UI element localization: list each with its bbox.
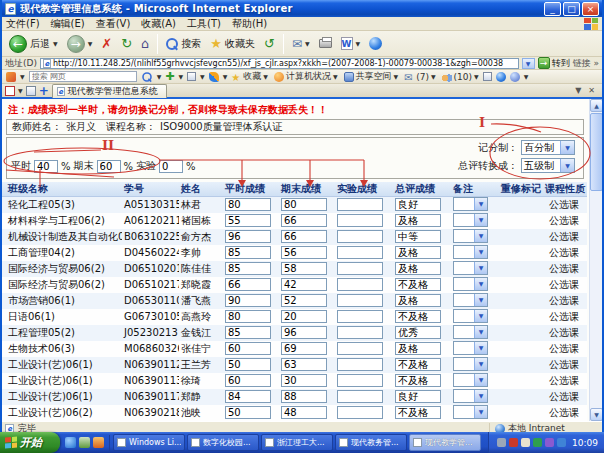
quick-tabs-icon[interactable]	[5, 86, 15, 96]
overall-score-input[interactable]	[395, 358, 441, 371]
live-toolbar-item[interactable]: 计算机状况 ▼	[274, 70, 338, 83]
feeds-icon[interactable]	[483, 72, 492, 81]
back-button[interactable]: ← 后退 ▼	[6, 34, 61, 54]
final-score-input[interactable]	[281, 358, 327, 371]
overall-score-input[interactable]	[395, 214, 441, 227]
exp-score-input[interactable]	[337, 310, 383, 323]
remark-select[interactable]: ▼	[453, 293, 488, 307]
weight-input[interactable]	[97, 160, 121, 173]
final-score-input[interactable]	[281, 230, 327, 243]
remark-select[interactable]: ▼	[453, 213, 488, 227]
overall-score-input[interactable]	[395, 246, 441, 259]
usual-score-input[interactable]	[225, 294, 271, 307]
scroll-down-icon[interactable]: ▼	[590, 408, 602, 421]
remark-select[interactable]: ▼	[453, 309, 488, 323]
overall-score-input[interactable]	[395, 278, 441, 291]
exp-score-input[interactable]	[337, 294, 383, 307]
close-tab-icon[interactable]: ✕	[588, 86, 595, 95]
final-score-input[interactable]	[281, 326, 327, 339]
taskbar-task-button[interactable]: 现代教学管...	[409, 434, 481, 451]
remark-select[interactable]: ▼	[453, 261, 488, 275]
chevron-down-icon[interactable]: ▼	[575, 86, 581, 95]
live-toolbar-item[interactable]: (10) ▼	[442, 72, 479, 82]
print-button[interactable]	[316, 38, 335, 49]
favorites-button[interactable]: ★ 收藏夹	[207, 35, 258, 52]
usual-score-input[interactable]	[225, 262, 271, 275]
usual-score-input[interactable]	[225, 374, 271, 387]
toolbar-search-input[interactable]	[29, 71, 137, 82]
globe-icon[interactable]	[496, 72, 506, 82]
remark-select[interactable]: ▼	[453, 373, 488, 387]
remark-select[interactable]: ▼	[453, 277, 488, 291]
final-score-input[interactable]	[281, 374, 327, 387]
usual-score-input[interactable]	[225, 230, 271, 243]
exp-score-input[interactable]	[337, 198, 383, 211]
usual-score-input[interactable]	[225, 310, 271, 323]
history-button[interactable]: ↺	[261, 35, 278, 52]
overall-score-input[interactable]	[395, 294, 441, 307]
exp-score-input[interactable]	[337, 262, 383, 275]
menu-item[interactable]: 帮助(H)	[232, 17, 267, 31]
address-dropdown-button[interactable]: ▼	[522, 58, 535, 69]
refresh-button[interactable]: ↻	[118, 35, 135, 52]
exp-score-input[interactable]	[337, 230, 383, 243]
scrollbar-thumb[interactable]	[590, 113, 602, 191]
remark-select[interactable]: ▼	[453, 389, 488, 403]
final-score-input[interactable]	[281, 390, 327, 403]
remark-select[interactable]: ▼	[453, 341, 488, 355]
new-tab-button[interactable]: +	[39, 86, 49, 96]
live-toolbar-item[interactable]: 共享空间 ▼	[344, 70, 399, 83]
taskbar-task-button[interactable]: 浙江理工大...	[261, 434, 333, 451]
form-fill-icon[interactable]	[187, 72, 196, 81]
final-score-input[interactable]	[281, 406, 327, 419]
home-button[interactable]: ⌂	[138, 35, 152, 52]
exp-score-input[interactable]	[337, 390, 383, 403]
minimize-button[interactable]: _	[544, 2, 561, 16]
toolbar-search-icon[interactable]	[142, 72, 152, 82]
ie-icon[interactable]	[65, 437, 76, 448]
forward-button[interactable]: → ▼	[64, 34, 96, 54]
exp-score-input[interactable]	[337, 342, 383, 355]
msn-butterfly-icon[interactable]	[209, 72, 219, 82]
restore-button[interactable]: □	[563, 2, 580, 16]
antivirus-icon[interactable]	[533, 438, 542, 447]
usual-score-input[interactable]	[225, 406, 271, 419]
remark-select[interactable]: ▼	[453, 229, 488, 243]
menu-item[interactable]: 文件(F)	[6, 17, 40, 31]
usual-score-input[interactable]	[225, 390, 271, 403]
remark-select[interactable]: ▼	[453, 197, 488, 211]
exp-score-input[interactable]	[337, 406, 383, 419]
exp-score-input[interactable]	[337, 374, 383, 387]
overall-score-input[interactable]	[395, 406, 441, 419]
messenger-button[interactable]	[366, 36, 385, 51]
final-score-input[interactable]	[281, 262, 327, 275]
search-button[interactable]: 搜索	[163, 36, 204, 52]
scroll-up-icon[interactable]: ▲	[590, 99, 602, 112]
overall-score-input[interactable]	[395, 310, 441, 323]
edit-button[interactable]: W ▼	[338, 36, 364, 51]
taskbar-task-button[interactable]: 现代教务管...	[335, 434, 407, 451]
taskbar-task-button[interactable]: 数字化校园...	[187, 434, 259, 451]
final-score-input[interactable]	[281, 214, 327, 227]
final-score-input[interactable]	[281, 246, 327, 259]
mail-button[interactable]: ✉ ▼	[289, 36, 313, 52]
overall-score-input[interactable]	[395, 198, 441, 211]
taskbar-task-button[interactable]: Windows Li...	[113, 434, 185, 451]
exp-score-input[interactable]	[337, 278, 383, 291]
address-input[interactable]: e http://10.11.248.25/(nlihlf55grhvvcjsf…	[40, 58, 519, 69]
grading-select[interactable]: 百分制 ▼	[521, 140, 575, 155]
vertical-scrollbar[interactable]: ▲ ▼	[589, 99, 602, 421]
overall-score-input[interactable]	[395, 342, 441, 355]
network-icon[interactable]	[497, 438, 506, 447]
usual-score-input[interactable]	[225, 342, 271, 355]
close-button[interactable]: ×	[582, 2, 599, 16]
final-score-input[interactable]	[281, 310, 327, 323]
weight-input[interactable]	[34, 160, 58, 173]
final-score-input[interactable]	[281, 198, 327, 211]
help-icon[interactable]	[510, 72, 520, 82]
update-shield-icon[interactable]	[509, 438, 518, 447]
convert-select[interactable]: 五级制 ▼	[521, 158, 575, 173]
overall-score-input[interactable]	[395, 230, 441, 243]
exp-score-input[interactable]	[337, 246, 383, 259]
menu-item[interactable]: 收藏(A)	[141, 17, 176, 31]
